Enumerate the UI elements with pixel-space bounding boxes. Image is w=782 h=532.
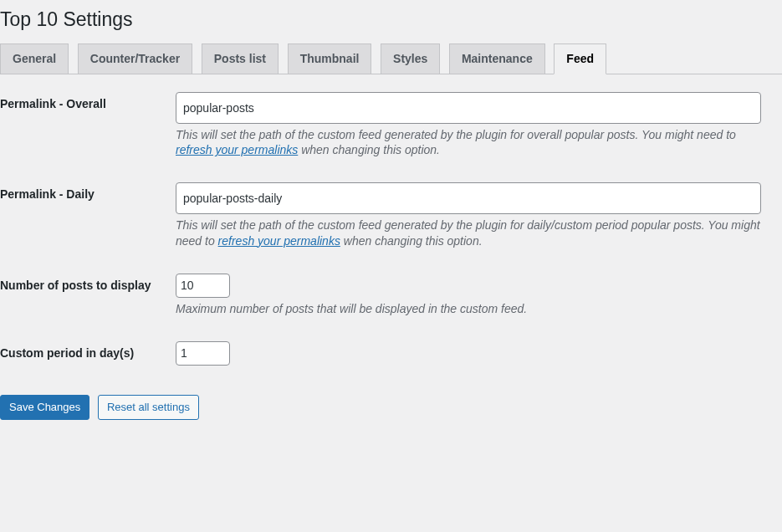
page-title: Top 10 Settings <box>0 0 782 36</box>
tab-thumbnail[interactable]: Thumbnail <box>288 43 372 74</box>
permalink-overall-label: Permalink - Overall <box>0 79 167 170</box>
permalink-overall-input[interactable] <box>176 92 761 124</box>
save-button[interactable]: Save Changes <box>0 395 89 420</box>
custom-period-label: Custom period in day(s) <box>0 329 167 378</box>
tab-wrapper: General Counter/Tracker Posts list Thumb… <box>0 36 782 74</box>
permalink-overall-desc: This will set the path of the custom fee… <box>176 127 774 157</box>
refresh-permalinks-link[interactable]: refresh your permalinks <box>176 143 298 156</box>
num-posts-input[interactable] <box>176 274 230 298</box>
settings-table: Permalink - Overall This will set the pa… <box>0 79 782 378</box>
reset-button[interactable]: Reset all settings <box>98 395 199 420</box>
tab-posts-list[interactable]: Posts list <box>202 43 279 74</box>
num-posts-desc: Maximum number of posts that will be dis… <box>176 301 774 316</box>
permalink-daily-input[interactable] <box>176 182 761 214</box>
refresh-permalinks-link-2[interactable]: refresh your permalinks <box>218 234 340 248</box>
custom-period-input[interactable] <box>176 341 230 366</box>
num-posts-label: Number of posts to display <box>0 261 167 329</box>
tab-feed[interactable]: Feed <box>554 43 606 74</box>
tab-general[interactable]: General <box>0 43 69 74</box>
tab-styles[interactable]: Styles <box>381 43 440 74</box>
tab-maintenance[interactable]: Maintenance <box>449 43 545 74</box>
permalink-daily-label: Permalink - Daily <box>0 170 167 260</box>
submit-row: Save Changes Reset all settings <box>0 378 782 437</box>
tab-counter-tracker[interactable]: Counter/Tracker <box>78 43 192 74</box>
permalink-daily-desc: This will set the path of the custom fee… <box>176 217 774 248</box>
